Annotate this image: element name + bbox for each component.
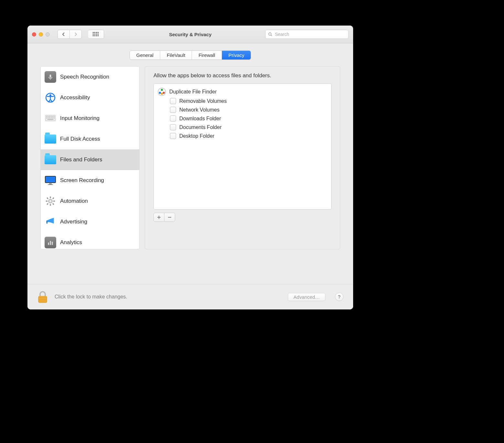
permission-row[interactable]: Desktop Folder	[158, 132, 327, 140]
svg-rect-2	[50, 75, 51, 78]
permission-label: Desktop Folder	[179, 133, 215, 139]
sidebar-item-input-monitoring[interactable]: Input Monitoring	[41, 108, 139, 129]
app-name: Duplicate File Finder	[169, 89, 217, 95]
svg-rect-8	[46, 116, 47, 117]
sidebar-item-screen-recording[interactable]: Screen Recording	[41, 170, 139, 191]
sidebar-item-label: Automation	[60, 198, 88, 204]
add-remove-buttons	[153, 213, 175, 222]
sidebar-item-advertising[interactable]: Advertising	[41, 211, 139, 232]
panel-description: Allow the apps below to access files and…	[153, 72, 331, 79]
sidebar-item-label: Input Monitoring	[60, 115, 100, 122]
display-icon	[45, 175, 56, 186]
svg-line-30	[47, 198, 48, 199]
sidebar-item-analytics[interactable]: Analytics	[41, 232, 139, 249]
lock-button[interactable]	[37, 290, 48, 304]
chevron-left-icon	[62, 32, 65, 36]
permission-row[interactable]: Downloads Folder	[158, 114, 327, 123]
sidebar-item-accessibility[interactable]: Accessibility	[41, 87, 139, 108]
svg-rect-19	[54, 117, 55, 118]
zoom-window-button[interactable]	[46, 32, 50, 37]
tab-filevault[interactable]: FileVault	[160, 51, 192, 59]
svg-point-41	[159, 92, 161, 94]
app-row[interactable]: Duplicate File Finder	[158, 87, 327, 97]
svg-point-34	[49, 200, 51, 202]
sidebar-item-speech-recognition[interactable]: Speech Recognition	[41, 67, 139, 87]
titlebar: Security & Privacy	[27, 26, 353, 43]
tab-general[interactable]: General	[130, 51, 160, 59]
svg-rect-23	[49, 183, 52, 184]
svg-rect-17	[51, 117, 52, 118]
permission-row[interactable]: Documents Folder	[158, 123, 327, 132]
sidebar-item-files-and-folders[interactable]: Files and Folders	[41, 149, 139, 170]
tab-privacy[interactable]: Privacy	[222, 51, 251, 59]
svg-point-6	[49, 94, 51, 96]
permission-checkbox[interactable]	[170, 98, 176, 104]
svg-point-0	[269, 33, 271, 35]
svg-rect-21	[45, 176, 56, 183]
search-input[interactable]	[274, 31, 346, 37]
svg-rect-14	[46, 117, 47, 118]
tab-bar: General FileVault Firewall Privacy	[130, 50, 251, 60]
permission-checkbox[interactable]	[170, 107, 176, 113]
microphone-icon	[45, 71, 56, 83]
svg-line-31	[53, 203, 54, 205]
svg-point-42	[163, 92, 165, 94]
svg-rect-18	[52, 117, 53, 118]
sidebar-item-label: Speech Recognition	[60, 74, 109, 80]
svg-rect-16	[49, 117, 50, 118]
gear-icon	[45, 195, 56, 207]
show-all-button[interactable]	[88, 30, 104, 39]
svg-rect-12	[52, 116, 53, 117]
svg-rect-10	[49, 116, 50, 117]
back-button[interactable]	[58, 30, 70, 39]
permission-row[interactable]: Network Volumes	[158, 105, 327, 114]
svg-rect-38	[52, 242, 53, 245]
keyboard-icon	[45, 113, 56, 124]
svg-rect-20	[47, 119, 53, 120]
app-icon	[158, 88, 166, 96]
svg-line-1	[271, 35, 272, 36]
svg-line-32	[47, 203, 48, 205]
tab-firewall[interactable]: Firewall	[192, 51, 222, 59]
chevron-right-icon	[74, 32, 77, 36]
search-field[interactable]	[265, 30, 349, 39]
permission-checkbox[interactable]	[170, 124, 176, 130]
sidebar-item-label: Advertising	[60, 219, 87, 225]
accessibility-icon	[45, 92, 56, 103]
svg-point-40	[161, 89, 163, 91]
sidebar-item-full-disk-access[interactable]: Full Disk Access	[41, 129, 139, 149]
permission-checkbox[interactable]	[170, 133, 176, 139]
forward-button[interactable]	[70, 30, 82, 39]
help-button[interactable]: ?	[335, 293, 343, 301]
advanced-button[interactable]: Advanced…	[288, 293, 325, 301]
svg-rect-37	[50, 241, 51, 245]
sidebar-item-label: Screen Recording	[60, 177, 104, 184]
lock-hint-text: Click the lock to make changes.	[55, 294, 127, 300]
minimize-window-button[interactable]	[39, 32, 43, 37]
sidebar-item-automation[interactable]: Automation	[41, 191, 139, 211]
permission-row[interactable]: Removable Volumes	[158, 97, 327, 105]
svg-rect-9	[48, 116, 49, 117]
plus-icon	[157, 215, 161, 219]
svg-rect-36	[48, 243, 49, 245]
sidebar-item-label: Full Disk Access	[60, 136, 100, 142]
nav-back-forward	[58, 30, 82, 39]
app-permissions-list[interactable]: Duplicate File Finder Removable Volumes …	[153, 83, 331, 210]
sidebar-item-label: Analytics	[60, 239, 82, 246]
sidebar-item-label: Accessibility	[60, 94, 90, 101]
permission-label: Documents Folder	[179, 124, 222, 130]
megaphone-icon	[45, 216, 56, 228]
permission-label: Removable Volumes	[179, 98, 227, 104]
lock-icon	[37, 290, 48, 304]
close-window-button[interactable]	[32, 32, 36, 37]
preferences-window: Security & Privacy General FileVault Fir…	[27, 26, 353, 309]
remove-app-button[interactable]	[164, 213, 175, 222]
folder-icon	[45, 133, 56, 145]
svg-rect-11	[51, 116, 52, 117]
folder-icon	[45, 154, 56, 166]
add-app-button[interactable]	[154, 213, 164, 222]
files-and-folders-panel: Allow the apps below to access files and…	[145, 66, 340, 249]
search-icon	[268, 32, 272, 37]
permission-checkbox[interactable]	[170, 115, 176, 122]
grid-icon	[93, 32, 99, 37]
